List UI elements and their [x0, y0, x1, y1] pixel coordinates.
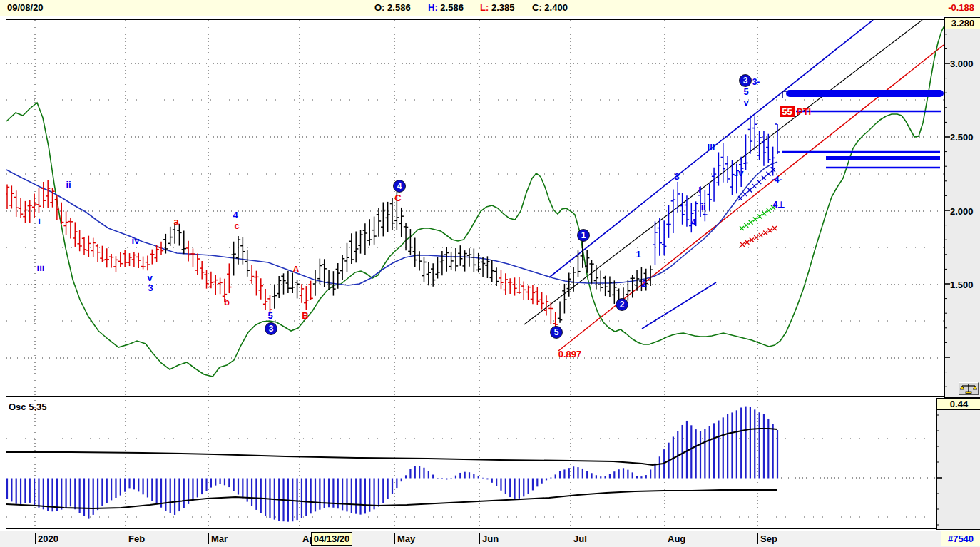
oscillator-title: Osc 5,35 [9, 402, 47, 412]
pti-label: PTI [797, 106, 811, 117]
wave-circle-number: 3 [743, 76, 748, 86]
green-indicator-line [6, 21, 948, 377]
circled-wave-number: 3 [265, 323, 277, 335]
main-plot-content: iiiiiiivv3a4cb5ABC0.8971234iiiiiiiv5v3--… [5, 20, 948, 396]
wave-label: iv [132, 235, 141, 246]
wave-label: v [147, 272, 153, 283]
wave-label: a [173, 216, 179, 227]
wave-label: i [38, 215, 41, 226]
wave-circle-number: 5 [554, 327, 559, 337]
wave-label: 3- [752, 77, 760, 87]
wave-label: 4⊥ [772, 200, 785, 210]
circled-wave-number: 5 [551, 327, 563, 339]
wave-circle-number: 2 [620, 300, 625, 310]
wave-label: 5 [743, 86, 748, 97]
wave-label: 0.897 [558, 349, 582, 359]
wave-label: 5 [267, 310, 272, 321]
wave-label: iii [37, 262, 45, 273]
chart-window: 09/08/20 O: 2.586 H: 2.586 L: 2.385 C: 2… [0, 0, 980, 547]
wave-label: C [394, 193, 402, 203]
wave-label: 3 [148, 282, 153, 293]
wave-label: 4 [690, 217, 696, 228]
axis-ticks [936, 34, 950, 525]
wave-label: iii [708, 142, 715, 153]
pti-badge: 55PTI [780, 106, 811, 117]
wave4-channel-marks [740, 226, 777, 247]
wave-label: c [234, 220, 239, 231]
circled-wave-number: 3 [740, 75, 752, 87]
wave-label: iv [736, 168, 745, 178]
wave-label: B [302, 310, 308, 321]
oscillator-upper-band [6, 429, 777, 465]
wave-circle-number: 3 [269, 324, 274, 334]
pti-number: 55 [782, 106, 792, 117]
circled-wave-number: 1 [578, 230, 590, 242]
wave-label: b [224, 297, 230, 307]
wave-label: ii [701, 202, 706, 212]
wave4-channel-marks [738, 168, 775, 200]
blue-trendline [642, 282, 716, 329]
cursor-date-box[interactable]: 04/13/20 [311, 532, 352, 546]
wave-circle-number: 4 [397, 181, 402, 191]
circled-wave-number: 2 [616, 299, 628, 311]
wave-label: i [698, 185, 700, 195]
wave-label: ii [66, 179, 71, 190]
wave-label: 4 [233, 210, 238, 220]
wave-label: 2 [641, 278, 646, 289]
wave-label: v [743, 97, 749, 108]
chart-graphics: iiiiiiivv3a4cb5ABC0.8971234iiiiiiiv5v3--… [0, 0, 980, 547]
wave-label: A [292, 264, 300, 275]
wave-label: -4- [772, 175, 782, 185]
wave-label: 3 [674, 171, 679, 182]
oscillator-content [6, 407, 935, 522]
price-bars [5, 115, 780, 334]
grid [6, 20, 944, 396]
wave-label: 1 [636, 249, 640, 260]
wave-circle-number: 1 [581, 230, 586, 240]
circled-wave-number: 4 [394, 180, 406, 193]
